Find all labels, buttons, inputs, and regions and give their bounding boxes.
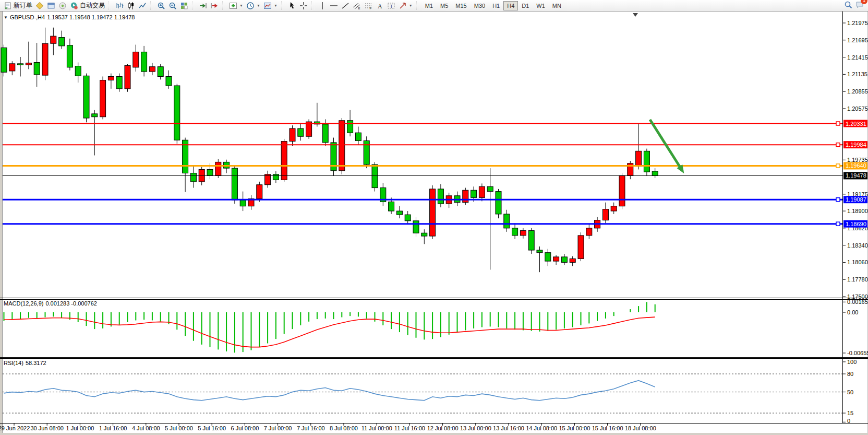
svg-text:14 Jul 08:00: 14 Jul 08:00 (526, 425, 557, 431)
svg-text:0.001656: 0.001656 (847, 299, 868, 305)
svg-text:1.18340: 1.18340 (847, 242, 868, 249)
svg-text:1.21135: 1.21135 (847, 71, 867, 77)
price-label-1.19640: 1.19640 (843, 162, 867, 169)
svg-text:5 Jul 16:00: 5 Jul 16:00 (198, 425, 226, 431)
svg-text:18 Jul 08:00: 18 Jul 08:00 (625, 425, 656, 431)
svg-text:0: 0 (847, 418, 850, 424)
svg-text:1.21975: 1.21975 (847, 20, 868, 26)
svg-text:15 Jul 00:00: 15 Jul 00:00 (559, 425, 590, 431)
svg-text:1.19478: 1.19478 (846, 172, 866, 179)
mt4-window: 新订单自动交易▼▼▼EFAT▼M1M5M15M30H1H4D1W1MN1 1.2… (0, 0, 868, 435)
svg-text:80: 80 (847, 371, 853, 377)
svg-text:1.19087: 1.19087 (846, 196, 866, 203)
svg-text:1.21415: 1.21415 (847, 54, 868, 61)
svg-text:13 Jul 16:00: 13 Jul 16:00 (493, 425, 524, 431)
svg-text:11 Jul 00:00: 11 Jul 00:00 (361, 425, 392, 431)
svg-text:0.00: 0.00 (847, 309, 858, 315)
symbol-period-label: GBPUSD-,H4 (10, 14, 45, 20)
svg-text:1.18900: 1.18900 (847, 208, 868, 214)
svg-text:5 Jul 00:00: 5 Jul 00:00 (165, 425, 193, 431)
svg-text:1.18690: 1.18690 (846, 221, 866, 227)
price-label-1.19478: 1.19478 (843, 172, 867, 179)
svg-text:1 Jul 16:00: 1 Jul 16:00 (99, 425, 127, 431)
svg-text:29 Jun 2022: 29 Jun 2022 (0, 425, 30, 431)
svg-text:4 Jul 08:00: 4 Jul 08:00 (132, 425, 160, 431)
svg-text:8 Jul 08:00: 8 Jul 08:00 (330, 425, 358, 431)
svg-text:1.17780: 1.17780 (847, 276, 868, 283)
svg-text:50: 50 (847, 389, 853, 395)
price-label-1.18690: 1.18690 (843, 220, 867, 228)
chart-title: ▼ GBPUSD-,H4 1.19537 1.19548 1.19472 1.1… (4, 14, 135, 20)
svg-text:12 Jul 08:00: 12 Jul 08:00 (427, 425, 459, 431)
svg-text:15: 15 (847, 410, 853, 416)
svg-text:13 Jul 00:00: 13 Jul 00:00 (460, 425, 491, 431)
one-click-dropdown-icon[interactable]: ▼ (4, 15, 8, 20)
svg-text:-0.006559: -0.006559 (847, 350, 868, 356)
price-label-1.20331: 1.20331 (843, 120, 867, 127)
svg-text:1.21695: 1.21695 (847, 37, 868, 43)
svg-text:1 Jul 00:00: 1 Jul 00:00 (66, 425, 94, 431)
svg-text:15 Jul 16:00: 15 Jul 16:00 (592, 425, 623, 431)
ohlc-values: 1.19537 1.19548 1.19472 1.19478 (47, 14, 135, 20)
svg-text:11 Jul 16:00: 11 Jul 16:00 (394, 425, 425, 431)
svg-text:1.18060: 1.18060 (847, 259, 868, 265)
svg-text:7 Jul 16:00: 7 Jul 16:00 (297, 425, 325, 431)
macd-values: 0.001283 -0.000762 (45, 300, 97, 307)
price-label-1.19087: 1.19087 (843, 196, 867, 203)
price-label-1.19984: 1.19984 (843, 141, 867, 148)
rsi-indicator-label: RSI(14)58.3172 (4, 360, 46, 366)
svg-text:1.19640: 1.19640 (846, 162, 866, 169)
svg-text:1.20575: 1.20575 (847, 105, 868, 112)
svg-text:6 Jul 08:00: 6 Jul 08:00 (231, 425, 259, 431)
rsi-value: 58.3172 (26, 360, 46, 366)
svg-text:1.19984: 1.19984 (846, 142, 866, 148)
svg-text:7 Jul 00:00: 7 Jul 00:00 (264, 425, 292, 431)
svg-text:30 Jun 08:00: 30 Jun 08:00 (30, 425, 64, 431)
chart-canvas[interactable]: 1.219751.216951.214151.211351.208551.205… (0, 0, 868, 435)
svg-text:1.20331: 1.20331 (846, 121, 866, 127)
macd-indicator-label: MACD(12,26,9)0.001283 -0.000762 (4, 300, 97, 307)
svg-text:1.20855: 1.20855 (847, 88, 868, 95)
svg-text:100: 100 (847, 359, 857, 365)
